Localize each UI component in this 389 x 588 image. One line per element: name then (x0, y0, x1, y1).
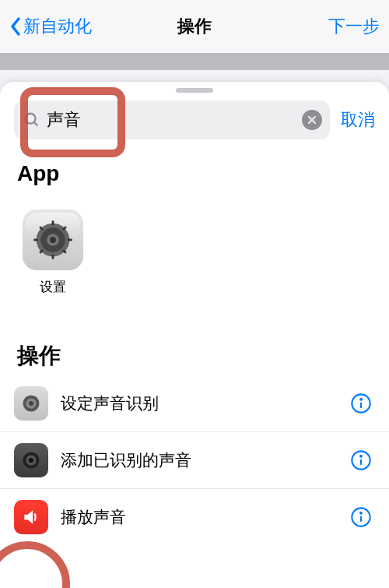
svg-point-24 (29, 458, 33, 463)
section-title-actions: 操作 (0, 327, 389, 375)
action-label: 播放声音 (61, 506, 338, 528)
gear-icon (31, 218, 75, 262)
app-label: 设置 (14, 278, 92, 296)
clear-search-button[interactable] (302, 110, 322, 130)
svg-line-1 (34, 122, 38, 126)
apps-grid: 设置 (0, 191, 389, 304)
app-item-settings[interactable]: 设置 (14, 209, 92, 296)
backdrop-dim (0, 53, 389, 70)
settings-app-icon (23, 209, 83, 270)
search-icon (23, 111, 40, 129)
sheet-grabber[interactable] (176, 88, 213, 93)
add-sound-icon (14, 443, 48, 477)
section-title-apps: App (0, 147, 389, 191)
action-row-play-sound[interactable]: 播放声音 (0, 489, 389, 534)
action-label: 设定声音识别 (61, 393, 338, 414)
action-label: 添加已识别的声音 (61, 449, 338, 471)
svg-point-18 (29, 401, 33, 406)
search-sheet: 取消 App (0, 82, 389, 588)
svg-point-7 (50, 237, 56, 243)
nav-bar: 新自动化 操作 下一步 (0, 0, 389, 53)
svg-point-0 (26, 114, 36, 124)
chevron-left-icon (9, 16, 22, 37)
cancel-button[interactable]: 取消 (341, 108, 375, 132)
next-button[interactable]: 下一步 (328, 15, 380, 38)
search-row: 取消 (0, 97, 389, 147)
svg-point-21 (360, 399, 362, 400)
speaker-icon (21, 507, 41, 527)
search-field[interactable] (14, 100, 330, 139)
gear-icon (19, 392, 43, 415)
sound-recognition-icon (14, 386, 48, 421)
action-row-sound-recognition[interactable]: 设定声音识别 (0, 375, 389, 432)
svg-point-27 (360, 456, 362, 457)
info-icon[interactable] (350, 449, 372, 471)
search-input[interactable] (47, 110, 302, 130)
svg-point-30 (360, 512, 362, 514)
gear-icon (19, 449, 43, 472)
x-icon (307, 115, 317, 125)
info-icon[interactable] (350, 393, 372, 414)
back-button[interactable]: 新自动化 (9, 15, 92, 38)
action-row-add-recognized-sound[interactable]: 添加已识别的声音 (0, 432, 389, 489)
info-icon[interactable] (350, 506, 372, 528)
back-label: 新自动化 (23, 15, 92, 38)
play-sound-icon (14, 500, 48, 534)
actions-list: 设定声音识别 添加已识别的声音 播放声音 (0, 375, 389, 534)
